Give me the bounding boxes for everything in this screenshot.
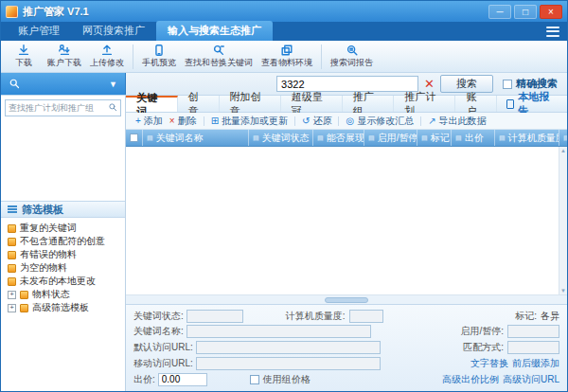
campaign-find-box bbox=[5, 99, 121, 116]
prefix-suffix-add-link[interactable]: 前后缀添加 bbox=[512, 357, 559, 370]
export-icon: ↗ bbox=[428, 116, 435, 126]
bid-field[interactable] bbox=[158, 373, 207, 386]
list-icon bbox=[8, 205, 17, 213]
column-mark[interactable]: ▤标记 bbox=[417, 130, 452, 146]
pc-quality-field[interactable] bbox=[349, 310, 383, 323]
window-controls: ─ □ × bbox=[488, 5, 562, 19]
keyword-name-field[interactable] bbox=[186, 325, 371, 338]
search-scope-dropdown[interactable]: ▼ bbox=[1, 73, 126, 95]
filter-icon bbox=[8, 251, 16, 259]
default-url-label: 默认访问URL: bbox=[133, 341, 193, 354]
find-replace-keyword-button[interactable]: 查找和替换关键词 bbox=[185, 44, 253, 69]
tree-item-duplicate-keywords[interactable]: 重复的关键词 bbox=[8, 222, 123, 235]
menu-tab-input-eco[interactable]: 输入与搜索生态推广 bbox=[156, 21, 273, 41]
maximize-button[interactable]: □ bbox=[514, 5, 537, 19]
column-keyword-status[interactable]: ▤关键词状态 bbox=[249, 130, 313, 146]
tree-item-no-wildcard-creatives[interactable]: 不包含通配符的创意 bbox=[8, 235, 123, 248]
mark-label: 标记: bbox=[515, 310, 537, 323]
toolbar-divider bbox=[321, 45, 322, 69]
app-title: 推广管家 V7.1 bbox=[23, 5, 89, 19]
vertical-scrollbar[interactable]: ▲ ▼ bbox=[559, 147, 567, 294]
account-download-button[interactable]: 账户下载 bbox=[47, 44, 81, 69]
view-material-env-button[interactable]: 查看物料环境 bbox=[261, 44, 312, 69]
mobile-url-field[interactable] bbox=[196, 357, 381, 370]
hamburger-menu-icon[interactable] bbox=[546, 27, 559, 37]
column-mobile-quality[interactable]: ▤移动质量度 bbox=[559, 130, 567, 146]
tab-extra-creatives[interactable]: 附加创意 bbox=[220, 96, 281, 112]
use-group-price-checkbox[interactable] bbox=[250, 375, 259, 384]
local-report-button[interactable]: 本地报告 bbox=[497, 96, 567, 112]
horizontal-scrollbar[interactable] bbox=[126, 294, 567, 304]
panel-splitter-handle[interactable] bbox=[325, 297, 368, 303]
scroll-down-icon[interactable]: ▼ bbox=[560, 288, 566, 294]
tab-campaigns[interactable]: 推广计划 bbox=[394, 96, 455, 112]
column-can-show[interactable]: ▤能否展现 bbox=[313, 130, 364, 146]
match-type-field[interactable] bbox=[507, 341, 559, 354]
download-button[interactable]: 下载 bbox=[9, 44, 39, 69]
app-icon bbox=[6, 6, 18, 18]
delete-button[interactable]: × 删除 bbox=[169, 115, 197, 128]
sidebar: 筛选模板 重复的关键词 不包含通配符的创意 有错误的物料 为空的物料 bbox=[1, 96, 126, 391]
summary-icon: ◎ bbox=[346, 116, 354, 126]
filter-template-header[interactable]: 筛选模板 bbox=[1, 201, 125, 218]
show-changes-summary-button[interactable]: ◎ 显示修改汇总 bbox=[346, 115, 414, 128]
restore-button[interactable]: ↺ 还原 bbox=[302, 115, 331, 128]
folder-icon bbox=[20, 291, 28, 299]
tab-adgroups[interactable]: 推广组 bbox=[343, 96, 395, 112]
tree-item-unpublished-changes[interactable]: 未发布的本地更改 bbox=[8, 275, 123, 288]
enable-pause-field[interactable] bbox=[507, 325, 559, 338]
column-bid[interactable]: ▤出价 bbox=[452, 130, 495, 146]
mobile-url-label: 移动访问URL: bbox=[133, 357, 193, 370]
batch-add-update-button[interactable]: ⊞ 批量添加或更新 bbox=[211, 115, 288, 128]
add-button[interactable]: + 添加 bbox=[135, 115, 163, 128]
filter-icon bbox=[8, 264, 16, 273]
column-icon: ▤ bbox=[421, 134, 428, 142]
use-group-price-label: 使用组价格 bbox=[263, 373, 311, 386]
tree-item-advanced-filter-template[interactable]: + 高级筛选模板 bbox=[8, 301, 123, 314]
phone-preview-button[interactable]: 手机预览 bbox=[142, 44, 176, 69]
close-button[interactable]: × bbox=[540, 5, 562, 19]
folder-icon bbox=[20, 304, 28, 312]
download-icon bbox=[17, 44, 30, 57]
expander-plus-icon[interactable]: + bbox=[8, 291, 16, 299]
keyword-status-label: 关键词状态: bbox=[133, 310, 184, 323]
tree-item-empty-materials[interactable]: 为空的物料 bbox=[8, 261, 123, 275]
default-url-field[interactable] bbox=[196, 341, 381, 354]
plus-icon: + bbox=[135, 116, 141, 126]
keyword-status-field[interactable] bbox=[186, 310, 243, 323]
tab-account[interactable]: 账户 bbox=[455, 96, 497, 112]
keyword-name-label: 关键词名称: bbox=[133, 325, 184, 338]
column-pc-quality[interactable]: ▤计算机质量度 bbox=[495, 130, 559, 146]
column-enable-pause[interactable]: ▤启用/暂停 bbox=[364, 130, 417, 146]
export-data-button[interactable]: ↗ 导出此数据 bbox=[428, 115, 486, 128]
table-empty-area bbox=[126, 147, 559, 294]
column-icon: ▤ bbox=[147, 134, 153, 142]
menu-tab-web-search[interactable]: 网页搜索推广 bbox=[71, 21, 156, 41]
advanced-url-link[interactable]: 高级访问URL bbox=[503, 373, 559, 386]
filter-template-tree: 重复的关键词 不包含通配符的创意 有错误的物料 为空的物料 未发布的本地更改 bbox=[1, 218, 125, 318]
use-group-price-toggle[interactable]: 使用组价格 bbox=[250, 373, 311, 386]
expander-plus-icon[interactable]: + bbox=[8, 304, 16, 312]
column-icon: ▤ bbox=[368, 134, 375, 142]
column-keyword-name[interactable]: ▤关键词名称 bbox=[143, 130, 249, 146]
select-all-checkbox[interactable] bbox=[126, 130, 143, 146]
tree-item-material-status[interactable]: + 物料状态 bbox=[8, 288, 123, 301]
campaign-search-input[interactable] bbox=[6, 103, 108, 113]
entity-tabs: 关键词 创意 附加创意 超级皇冠 推广组 推广计划 账户 本地报告 bbox=[126, 96, 567, 113]
column-icon: ▤ bbox=[253, 134, 259, 142]
advanced-bid-link[interactable]: 高级出价比例 bbox=[442, 373, 499, 386]
campaign-tree-area[interactable] bbox=[1, 120, 125, 201]
search-term-report-button[interactable]: 搜索词报告 bbox=[330, 44, 373, 69]
upload-changes-button[interactable]: 上传修改 bbox=[90, 44, 124, 69]
exact-search-checkbox[interactable] bbox=[503, 80, 512, 89]
tree-item-error-materials[interactable]: 有错误的物料 bbox=[8, 248, 123, 261]
minimize-button[interactable]: ─ bbox=[488, 5, 511, 19]
search-report-icon bbox=[346, 44, 359, 57]
text-replace-link[interactable]: 文字替换 bbox=[470, 357, 508, 370]
menu-tab-account[interactable]: 账户管理 bbox=[7, 21, 71, 41]
scroll-up-icon[interactable]: ▲ bbox=[560, 148, 566, 153]
tab-keywords[interactable]: 关键词 bbox=[126, 96, 178, 112]
tab-super-crown[interactable]: 超级皇冠 bbox=[281, 96, 343, 112]
chevron-down-icon: ▼ bbox=[109, 80, 117, 89]
tab-creatives[interactable]: 创意 bbox=[178, 96, 220, 112]
